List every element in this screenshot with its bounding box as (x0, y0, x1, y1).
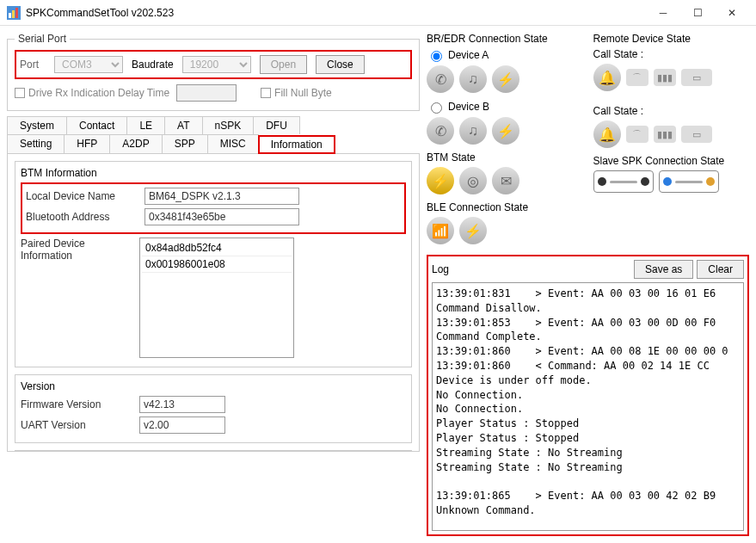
ble-state-title: BLE Connection State (427, 201, 583, 213)
clear-button[interactable]: Clear (697, 260, 744, 279)
svg-rect-1 (9, 13, 11, 18)
paired-device-label: Paired Device Information (21, 238, 132, 262)
tab-information[interactable]: Information (258, 135, 335, 154)
bt-address-label: Bluetooth Address (26, 211, 138, 223)
tab-bar: System Contact LE AT nSPK DFU Setting HF… (7, 116, 420, 154)
window-title: SPKCommandSetTool v202.523 (26, 7, 646, 19)
btm-info-legend: BTM Information (21, 167, 406, 179)
port-select[interactable]: COM3 (54, 56, 123, 73)
tab-system[interactable]: System (7, 116, 67, 134)
local-device-name-label: Local Device Name (26, 190, 138, 202)
bt-address-field[interactable] (144, 208, 299, 225)
signal-icon: ▮▮▮ (654, 126, 676, 143)
titlebar: SPKCommandSetTool v202.523 ─ ☐ ✕ (0, 0, 756, 26)
music-icon: ♫ (459, 117, 487, 145)
dot-icon (706, 177, 715, 186)
tab-at[interactable]: AT (164, 116, 202, 134)
serial-port-row: Port COM3 Baudrate 19200 Open Close (15, 50, 412, 79)
rss-icon: 📶 (427, 217, 454, 244)
version-group: Version Firmware Version UART Version (15, 374, 412, 443)
paired-item: 0x001986001e08 (142, 256, 292, 273)
battery-icon: ⚡ (427, 167, 454, 194)
bell-icon: 🔔 (593, 64, 621, 91)
checkbox-icon (261, 88, 271, 98)
tab-dfu[interactable]: DFU (253, 116, 300, 134)
app-icon (7, 6, 21, 20)
maximize-button[interactable]: ☐ (680, 1, 715, 25)
slave-spk-indicator (659, 170, 719, 193)
baud-select[interactable]: 19200 (182, 56, 251, 73)
tab-setting[interactable]: Setting (7, 134, 65, 153)
tab-contact[interactable]: Contact (66, 116, 127, 134)
serial-port-group: Serial Port Port COM3 Baudrate 19200 Ope… (7, 33, 420, 111)
btm-state-title: BTM State (427, 151, 583, 164)
save-as-button[interactable]: Save as (634, 260, 693, 279)
drive-rx-checkbox[interactable]: Drive Rx Indication Delay Time (15, 87, 169, 99)
radio-icon[interactable] (431, 51, 442, 62)
paired-item: 0x84ad8db52fc4 (142, 240, 292, 256)
information-panel: BTM Information Local Device Name Blueto… (7, 154, 420, 452)
phone-down-icon: ⌒ (626, 69, 648, 86)
tab-nspk[interactable]: nSPK (202, 116, 255, 134)
mail-icon: ✉ (492, 167, 519, 194)
btm-information-group: BTM Information Local Device Name Blueto… (15, 161, 412, 367)
close-window-button[interactable]: ✕ (715, 1, 749, 25)
svg-rect-3 (15, 8, 18, 18)
serial-port-legend: Serial Port (15, 33, 70, 45)
battery-icon: ▭ (681, 126, 712, 143)
br-edr-title: BR/EDR Connection State (427, 33, 583, 45)
close-button[interactable]: Close (316, 55, 365, 74)
uart-version-label: UART Version (21, 419, 132, 431)
phone-icon: ✆ (427, 117, 454, 145)
checkbox-icon (15, 88, 25, 98)
signal-icon: ▮▮▮ (654, 69, 676, 86)
music-icon: ♫ (459, 65, 487, 93)
call-state-a-label: Call State : (593, 48, 750, 60)
dot-icon (598, 177, 606, 186)
tab-hfp[interactable]: HFP (64, 134, 110, 153)
tab-le[interactable]: LE (126, 116, 165, 134)
call-state-b-label: Call State : (593, 105, 750, 117)
dot-icon (641, 177, 649, 186)
tab-spp[interactable]: SPP (162, 134, 208, 153)
local-device-name-field[interactable] (144, 188, 299, 205)
svg-rect-2 (12, 10, 15, 18)
baud-label: Baudrate (132, 59, 174, 71)
firmware-version-field[interactable] (139, 396, 225, 413)
tab-a2dp[interactable]: A2DP (109, 134, 162, 153)
bar-icon (610, 181, 637, 183)
plug-icon: ⚡ (492, 65, 519, 93)
slave-spk-title: Slave SPK Connection State (593, 155, 750, 167)
plug-icon: ⚡ (459, 217, 487, 244)
bell-icon: 🔔 (593, 120, 621, 148)
firmware-version-label: Firmware Version (21, 398, 132, 410)
drive-rx-input[interactable] (176, 84, 237, 102)
port-label: Port (20, 59, 46, 71)
log-title: Log (432, 263, 449, 275)
uart-version-field[interactable] (139, 417, 225, 434)
remote-state-title: Remote Device State (593, 33, 750, 45)
phone-icon: ✆ (427, 65, 454, 93)
remote-device-info-group: Remote Device Information Remote Device … (15, 450, 412, 452)
bar-icon (675, 181, 703, 183)
open-button[interactable]: Open (260, 55, 307, 74)
device-a-radio[interactable]: Device A (427, 48, 583, 62)
dot-icon (663, 177, 672, 186)
fill-null-checkbox[interactable]: Fill Null Byte (261, 87, 332, 99)
tab-misc[interactable]: MISC (207, 134, 259, 153)
slave-spk-indicator (593, 170, 654, 193)
btm-info-highlight: Local Device Name Bluetooth Address (21, 182, 406, 234)
minimize-button[interactable]: ─ (646, 1, 680, 25)
device-b-radio[interactable]: Device B (427, 100, 583, 114)
radio-icon[interactable] (431, 102, 442, 114)
phone-down-icon: ⌒ (626, 126, 648, 143)
version-legend: Version (21, 380, 406, 392)
paired-device-list: 0x84ad8db52fc4 0x001986001e08 (139, 238, 294, 358)
log-panel: Log Save as Clear 13:39:01:831 > Event: … (427, 255, 749, 536)
battery-icon: ▭ (681, 69, 712, 86)
log-textarea[interactable]: 13:39:01:831 > Event: AA 00 03 00 16 01 … (432, 282, 744, 531)
target-icon: ◎ (459, 167, 487, 194)
plug-icon: ⚡ (492, 117, 519, 145)
